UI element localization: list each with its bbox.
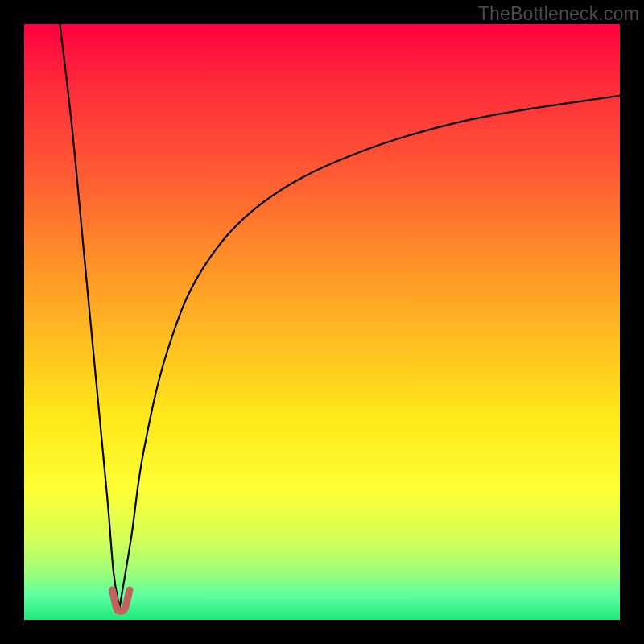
series-left-branch <box>60 24 119 608</box>
watermark-text: TheBottleneck.com <box>478 3 639 25</box>
series-right-branch <box>119 96 620 608</box>
curve-layer <box>24 24 620 620</box>
plot-area <box>24 24 620 620</box>
chart-frame: TheBottleneck.com <box>0 0 644 644</box>
